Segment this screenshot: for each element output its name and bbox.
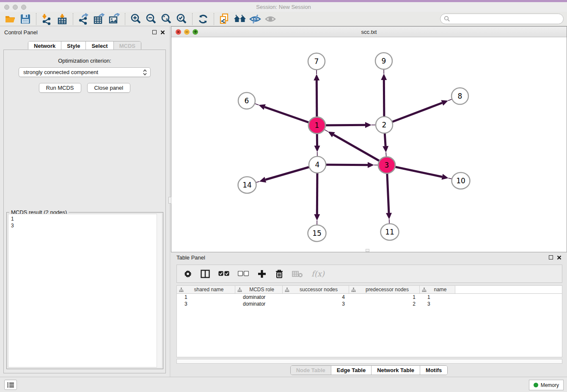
cell-MCDS-role[interactable]: dominator: [235, 301, 283, 307]
graph-node-6[interactable]: 6: [238, 93, 255, 109]
column-header-successor-nodes[interactable]: successor nodes: [283, 286, 349, 293]
import-table-icon[interactable]: [55, 12, 70, 26]
edge-4-15[interactable]: [314, 165, 320, 233]
edge-4-3[interactable]: [317, 162, 387, 168]
toolbar-separator: [192, 13, 193, 25]
cell-name[interactable]: 1: [420, 294, 455, 301]
criterion-value: strongly connected component: [23, 69, 98, 75]
export-table-icon[interactable]: [91, 12, 107, 26]
clone-network-icon[interactable]: [217, 12, 232, 26]
tab-edge-table[interactable]: Edge Table: [331, 366, 372, 375]
graph-node-4[interactable]: 4: [309, 157, 326, 173]
cell-predecessor-nodes[interactable]: 1: [349, 294, 420, 301]
cell-predecessor-nodes[interactable]: 2: [349, 301, 420, 307]
tab-select[interactable]: Select: [86, 41, 113, 50]
result-scrollbar[interactable]: [157, 214, 162, 367]
edge-2-8[interactable]: [384, 96, 460, 125]
network-graph: 7968124314101511: [171, 37, 567, 252]
close-table-panel-icon[interactable]: [557, 255, 561, 260]
graph-node-15[interactable]: 15: [308, 225, 326, 242]
open-session-icon[interactable]: [3, 12, 18, 26]
zoom-out-icon[interactable]: [143, 12, 159, 26]
graph-node-8[interactable]: 8: [451, 88, 468, 105]
float-panel-icon[interactable]: [152, 30, 157, 34]
graph-node-9[interactable]: 9: [375, 53, 392, 69]
table-row[interactable]: 3dominator323: [177, 301, 562, 307]
run-mcds-button[interactable]: Run MCDS: [39, 83, 81, 93]
graph-node-10[interactable]: 10: [452, 173, 470, 189]
graph-node-11[interactable]: 11: [381, 224, 399, 240]
memory-button[interactable]: Memory: [529, 380, 564, 390]
table-tabs: Node TableEdge TableNetwork TableMotifs: [171, 365, 567, 375]
close-panel-icon[interactable]: [160, 30, 165, 35]
edge-1-2[interactable]: [317, 122, 384, 128]
zoom-selected-icon[interactable]: [174, 12, 189, 26]
edge-4-14[interactable]: [247, 165, 317, 185]
column-header-shared-name[interactable]: shared name: [177, 286, 235, 293]
zoom-in-icon[interactable]: [128, 12, 143, 26]
tab-mcds[interactable]: MCDS: [114, 41, 141, 50]
edge-1-7[interactable]: [314, 61, 319, 125]
edge-3-11[interactable]: [386, 165, 392, 232]
graph-node-7[interactable]: 7: [308, 53, 325, 70]
cell-name[interactable]: 3: [420, 301, 455, 307]
tab-style[interactable]: Style: [61, 41, 86, 50]
tab-node-table[interactable]: Node Table: [291, 366, 331, 375]
search-input[interactable]: [440, 14, 564, 24]
edge-2-9[interactable]: [381, 61, 387, 125]
hide-selected-eye-icon[interactable]: [248, 12, 263, 26]
function-builder-icon[interactable]: f(x): [311, 269, 325, 278]
delete-table-icon[interactable]: [292, 270, 303, 278]
cell-MCDS-role[interactable]: dominator: [235, 294, 283, 301]
add-column-icon[interactable]: [257, 269, 267, 279]
control-panel-title: Control Panel: [4, 29, 38, 36]
save-session-icon[interactable]: [18, 12, 33, 26]
node-table: shared nameMCDS rolesuccessor nodesprede…: [176, 285, 562, 357]
export-image-icon[interactable]: [107, 12, 122, 26]
import-network-icon[interactable]: [39, 12, 55, 26]
tab-network[interactable]: Network: [28, 41, 61, 50]
column-header-predecessor-nodes[interactable]: predecessor nodes: [349, 286, 420, 293]
mcds-result-text[interactable]: 1 3: [8, 214, 162, 367]
float-table-panel-icon[interactable]: [549, 255, 553, 259]
edge-1-6[interactable]: [247, 101, 317, 125]
edge-3-1[interactable]: [317, 125, 387, 165]
panel-splitter-handle[interactable]: [168, 197, 171, 204]
graph-node-3[interactable]: 3: [378, 157, 395, 174]
table-options-gear-icon[interactable]: [184, 270, 192, 278]
cell-shared-name[interactable]: 3: [177, 301, 235, 307]
zoom-fit-icon[interactable]: [159, 12, 174, 26]
column-header-MCDS-role[interactable]: MCDS role: [235, 286, 283, 293]
control-panel-header: Control Panel: [0, 26, 169, 38]
column-header-name[interactable]: name: [420, 286, 455, 293]
home-layout-icon[interactable]: [232, 12, 248, 26]
delete-columns-trash-icon[interactable]: [275, 269, 284, 279]
table-panel-title: Table Panel: [176, 254, 205, 261]
show-columns-icon[interactable]: [201, 270, 210, 278]
cell-shared-name[interactable]: 1: [177, 294, 235, 301]
cell-successor-nodes[interactable]: 3: [283, 301, 349, 307]
refresh-layout-icon[interactable]: [195, 12, 211, 26]
svg-text:14: 14: [242, 181, 252, 189]
graph-node-14[interactable]: 14: [238, 177, 256, 193]
select-all-rows-icon[interactable]: [218, 271, 229, 276]
export-network-icon[interactable]: [76, 12, 91, 26]
memory-label: Memory: [541, 382, 559, 388]
deselect-all-rows-icon[interactable]: [238, 271, 249, 276]
task-history-button[interactable]: [4, 380, 17, 390]
table-splitter-handle[interactable]: [366, 249, 369, 252]
table-row[interactable]: 1dominator411: [177, 294, 562, 301]
sort-column-icon: [237, 287, 242, 292]
graph-node-1[interactable]: 1: [308, 117, 325, 134]
close-panel-button[interactable]: Close panel: [87, 83, 131, 93]
optimization-criterion-select[interactable]: strongly connected component: [19, 67, 151, 77]
edge-3-10[interactable]: [387, 165, 461, 181]
graph-node-2[interactable]: 2: [376, 117, 393, 133]
optimization-criterion-label: Optimization criterion:: [4, 58, 165, 64]
network-canvas[interactable]: 7968124314101511: [171, 37, 567, 252]
cell-successor-nodes[interactable]: 4: [283, 294, 349, 301]
tab-motifs[interactable]: Motifs: [420, 366, 447, 375]
tab-network-table[interactable]: Network Table: [372, 366, 420, 375]
table-horizontal-scrollbar[interactable]: [176, 359, 562, 364]
show-selected-eye-icon[interactable]: [263, 12, 278, 26]
